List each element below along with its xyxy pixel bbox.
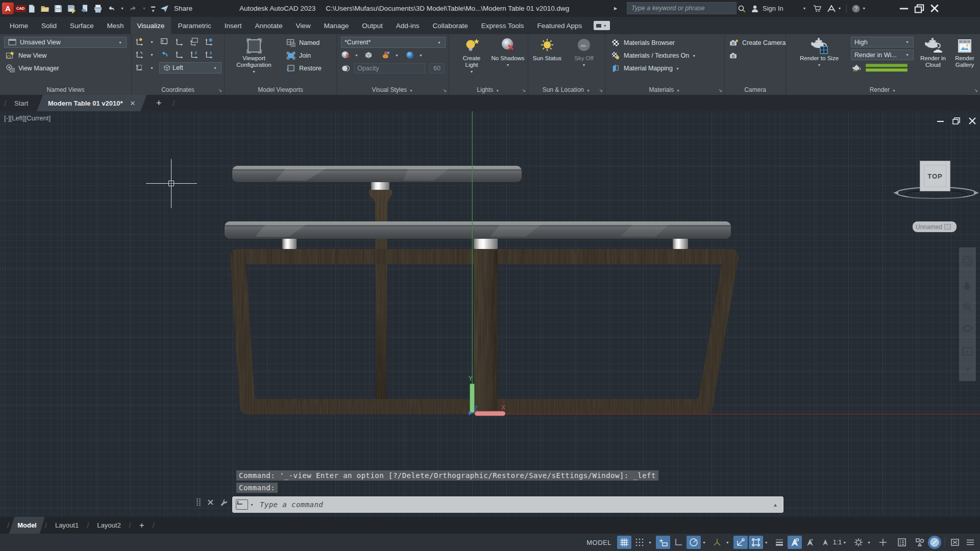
tab-manage[interactable]: Manage <box>317 17 356 34</box>
tab-annotate[interactable]: Annotate <box>248 17 289 34</box>
snap-toggle[interactable] <box>632 536 647 549</box>
new-file-tab-button[interactable]: + <box>156 95 162 111</box>
tab-add-ins[interactable]: Add-ins <box>389 17 426 34</box>
render-quality-dropdown[interactable]: High▼ <box>851 37 914 47</box>
object-snap-tracking-toggle[interactable] <box>733 536 748 549</box>
ucs-back-icon[interactable] <box>159 49 169 60</box>
navigation-bar[interactable] <box>959 247 976 381</box>
grid-toggle[interactable] <box>617 536 631 549</box>
ribbon-display-toggle[interactable]: ▼ <box>594 21 610 30</box>
isolate-objects-button[interactable] <box>913 536 927 549</box>
annotation-scale-value[interactable]: 1:1 <box>833 539 842 546</box>
search-icon[interactable] <box>737 4 747 14</box>
autodesk-dropdown-icon[interactable]: ▼ <box>838 7 841 10</box>
snap-dropdown-icon[interactable]: ▼ <box>648 541 652 544</box>
lights-launcher-icon[interactable]: ↘ <box>522 88 526 93</box>
view-direction-dropdown[interactable]: Left▼ <box>159 62 222 73</box>
polar-tracking-toggle[interactable] <box>687 536 701 549</box>
tab-view[interactable]: View <box>289 17 317 34</box>
annotation-scale-icon[interactable] <box>818 536 832 549</box>
camera-display-button[interactable] <box>729 51 742 61</box>
viewport-configuration-button[interactable]: Viewport Configuration ▼ <box>230 37 278 75</box>
export-icon[interactable] <box>80 4 90 14</box>
opacity-icon[interactable] <box>340 63 351 73</box>
autocad-logo-icon[interactable]: A <box>2 3 14 14</box>
command-input-bar[interactable]: ▼ Type a command ▲ <box>232 496 783 513</box>
viewport-close-icon[interactable] <box>967 116 978 126</box>
material-mapping-button[interactable]: Material Mapping▼ <box>610 63 680 73</box>
ucs-rotate-icon[interactable] <box>134 49 144 60</box>
print-icon[interactable] <box>93 4 103 14</box>
share-label[interactable]: Share <box>174 5 192 12</box>
ucs-world-icon[interactable] <box>159 37 169 47</box>
opacity-value[interactable]: 60 <box>429 63 445 73</box>
nav-pan-icon[interactable] <box>961 279 974 292</box>
create-light-button[interactable]: Create Light▼ <box>456 37 487 75</box>
ortho-toggle[interactable] <box>671 536 685 549</box>
nav-wheel-icon[interactable] <box>961 255 974 267</box>
fit-screen-button[interactable] <box>948 536 962 549</box>
isometric-drafting-toggle[interactable] <box>710 536 724 549</box>
tray-settings-button[interactable] <box>895 536 909 549</box>
cart-icon[interactable] <box>812 4 822 14</box>
restore-viewports-button[interactable]: Restore <box>286 63 322 73</box>
file-tab-document[interactable]: Modern Table 01 v2010* ✕ <box>37 95 146 111</box>
customization-menu-icon[interactable] <box>963 536 977 549</box>
viewport-label[interactable]: [-][Left][Current] <box>4 114 51 122</box>
command-history-toggle-icon[interactable]: ▲ <box>773 502 778 508</box>
save-as-icon[interactable] <box>66 4 77 14</box>
tab-mesh[interactable]: Mesh <box>101 17 131 34</box>
autodesk-logo-icon[interactable] <box>826 4 837 14</box>
new-view-button[interactable]: New View <box>5 51 46 61</box>
render-preset-dropdown[interactable]: Render in Wi...▼ <box>851 49 914 60</box>
object-snap-toggle[interactable] <box>749 536 763 549</box>
render-in-cloud-button[interactable]: Render inCloud <box>916 37 950 68</box>
saved-view-pill[interactable]: Unnamed <box>913 221 957 232</box>
visual-style-dropdown[interactable]: *Current*▼ <box>341 37 446 48</box>
redo-icon[interactable] <box>128 4 138 14</box>
materials-browser-button[interactable]: Materials Browser <box>610 38 675 48</box>
viewport-canvas[interactable]: Y Z X [-][Left][Current] TOP Unnamed <box>0 111 980 517</box>
window-close-button[interactable] <box>927 0 942 17</box>
window-minimize-button[interactable] <box>896 0 912 17</box>
viewport-minimize-icon[interactable] <box>935 116 946 126</box>
shaded-cubes-icon[interactable] <box>381 50 391 60</box>
render-to-size-button[interactable]: Render to Size▼ <box>794 37 845 68</box>
render-launcher-icon[interactable]: ↘ <box>974 88 978 93</box>
help-dropdown-icon[interactable]: ▼ <box>862 7 866 10</box>
workspace-dropdown-icon[interactable]: ▼ <box>867 541 871 544</box>
title-expand-icon[interactable]: ▶ <box>614 0 617 17</box>
user-avatar-icon[interactable] <box>750 4 760 14</box>
opacity-input[interactable]: Opacity <box>354 63 425 73</box>
model-space-label[interactable]: MODEL <box>586 539 611 546</box>
tab-home[interactable]: Home <box>3 17 35 34</box>
ucs-previous-icon[interactable] <box>174 37 184 47</box>
realistic-sphere-icon[interactable] <box>405 50 415 60</box>
nav-zoom-icon[interactable] <box>961 300 974 313</box>
nav-orbit-icon[interactable] <box>961 322 974 335</box>
view-manager-button[interactable]: View Manager <box>5 63 59 73</box>
help-icon[interactable]: ? <box>851 4 861 14</box>
scale-dropdown-icon[interactable]: ▼ <box>843 541 846 544</box>
annotation-visibility-toggle[interactable] <box>788 536 802 549</box>
materials-launcher-icon[interactable]: ↘ <box>718 88 722 93</box>
no-shadows-button[interactable]: No Shadows▼ <box>490 37 526 68</box>
tab-output[interactable]: Output <box>355 17 389 34</box>
search-input[interactable]: Type a keyword or phrase <box>627 2 737 14</box>
tab-featured-apps[interactable]: Featured Apps <box>530 17 589 34</box>
sign-in-label[interactable]: Sign In <box>763 5 783 12</box>
window-restore-button[interactable] <box>912 0 927 17</box>
materials-textures-button[interactable]: Materials / Textures On▼ <box>610 51 697 61</box>
redo-dropdown-icon[interactable]: ▼ <box>142 7 146 10</box>
join-viewports-button[interactable]: Join <box>286 51 311 61</box>
tab-visualize[interactable]: Visualize <box>131 17 172 34</box>
command-grip-icon[interactable] <box>196 498 201 506</box>
tab-model[interactable]: Model <box>9 517 45 534</box>
ucs-icon[interactable] <box>134 37 144 47</box>
named-viewports-button[interactable]: Named <box>286 38 320 48</box>
tab-insert[interactable]: Insert <box>218 17 249 34</box>
hidden-style-icon[interactable] <box>340 50 351 60</box>
undo-icon[interactable] <box>106 4 116 14</box>
nav-more-icon[interactable] <box>961 366 974 373</box>
view-dropdown[interactable]: Unsaved View▼ <box>4 37 127 48</box>
